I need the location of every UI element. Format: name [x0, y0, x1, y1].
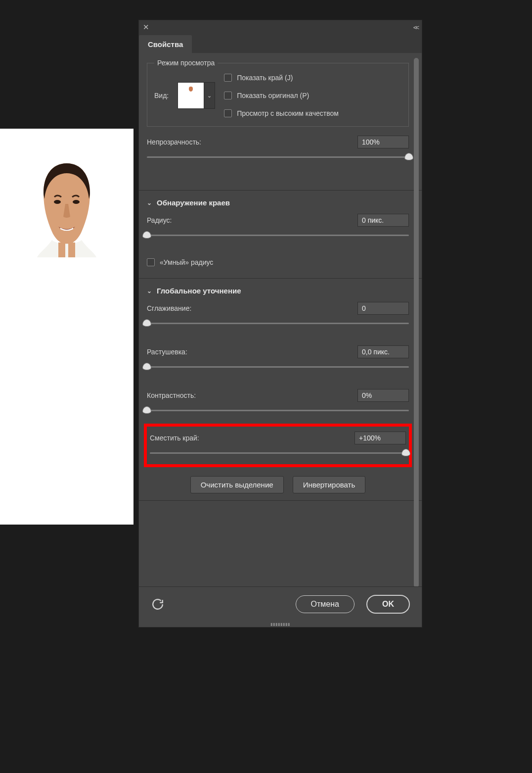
- slider-track: [147, 366, 409, 368]
- smoothing-label: Сглаживание:: [147, 304, 191, 312]
- slider-thumb[interactable]: [142, 406, 151, 414]
- slider-thumb[interactable]: [142, 319, 151, 327]
- slider-thumb[interactable]: [142, 363, 151, 370]
- panel-title-bar: ✕ <<: [139, 20, 422, 34]
- document-canvas[interactable]: [0, 129, 133, 525]
- scrollbar[interactable]: [414, 58, 419, 586]
- close-icon[interactable]: ✕: [143, 23, 149, 32]
- feather-slider[interactable]: [147, 361, 409, 373]
- checkbox-icon: [224, 92, 232, 99]
- clear-selection-button[interactable]: Очистить выделение: [190, 476, 284, 493]
- checkbox-icon: [224, 74, 232, 82]
- view-label: Вид:: [154, 92, 169, 99]
- properties-panel: ✕ << Свойства Режим просмотра Вид: ⌄ Пок…: [138, 20, 422, 628]
- checkbox-label: Показать край (J): [237, 74, 293, 82]
- radius-slider[interactable]: [147, 230, 409, 242]
- opacity-row: Непрозрачность:: [144, 136, 412, 148]
- view-mode-group: Режим просмотра Вид: ⌄ Показать край (J)…: [147, 59, 409, 127]
- view-thumbnail[interactable]: [177, 82, 204, 109]
- checkbox-high-quality[interactable]: Просмотр с высоким качеством: [224, 109, 339, 117]
- opacity-input[interactable]: [357, 136, 409, 148]
- collapse-icon[interactable]: <<: [413, 24, 418, 31]
- opacity-slider[interactable]: [147, 151, 409, 163]
- feather-label: Растушевка:: [147, 348, 187, 356]
- radius-row: Радиус:: [144, 214, 412, 227]
- checkbox-smart-radius[interactable]: «Умный» радиус: [144, 258, 412, 266]
- contrast-input[interactable]: [357, 389, 409, 402]
- radius-input[interactable]: [357, 214, 409, 227]
- slider-thumb[interactable]: [142, 231, 151, 239]
- tab-row: Свойства: [139, 34, 422, 53]
- chevron-down-icon: ⌄: [147, 199, 152, 206]
- feather-input[interactable]: [357, 345, 409, 358]
- contrast-label: Контрастность:: [147, 391, 196, 399]
- view-dropdown[interactable]: ⌄: [204, 82, 215, 109]
- action-buttons-row: Очистить выделение Инвертировать: [144, 472, 412, 500]
- svg-point-1: [73, 200, 80, 204]
- radius-label: Радиус:: [147, 216, 172, 224]
- panel-footer: Отмена OK: [139, 586, 422, 621]
- view-mode-legend: Режим просмотра: [154, 59, 218, 67]
- checkbox-label: «Умный» радиус: [160, 258, 213, 266]
- invert-button[interactable]: Инвертировать: [293, 476, 366, 493]
- section-title: Глобальное уточнение: [157, 287, 241, 295]
- shift-edge-label: Сместить край:: [150, 434, 199, 442]
- shift-edge-input[interactable]: [355, 432, 406, 444]
- section-edge-detection[interactable]: ⌄ Обнаружение краев: [144, 191, 412, 214]
- shift-edge-highlight: Сместить край:: [144, 424, 412, 467]
- opacity-label: Непрозрачность:: [147, 138, 201, 146]
- shift-edge-slider[interactable]: [150, 447, 406, 459]
- slider-thumb[interactable]: [401, 449, 410, 456]
- tab-properties[interactable]: Свойства: [139, 35, 192, 53]
- svg-point-0: [54, 200, 61, 204]
- divider: [139, 500, 422, 501]
- section-global-refine[interactable]: ⌄ Глобальное уточнение: [144, 279, 412, 302]
- feather-row: Растушевка:: [144, 345, 412, 358]
- resize-grip[interactable]: ▮▮▮▮▮▮▮▮: [139, 621, 422, 627]
- panel-body: Режим просмотра Вид: ⌄ Показать край (J)…: [139, 53, 422, 586]
- checkbox-icon: [147, 258, 155, 266]
- slider-track: [147, 235, 409, 236]
- checkbox-show-edge[interactable]: Показать край (J): [224, 74, 339, 82]
- chevron-down-icon: ⌄: [147, 288, 152, 294]
- slider-track: [147, 410, 409, 411]
- reset-icon[interactable]: [151, 597, 165, 611]
- checkbox-label: Показать оригинал (P): [237, 92, 309, 99]
- smoothing-input[interactable]: [357, 302, 409, 315]
- contrast-row: Контрастность:: [144, 389, 412, 402]
- face-cutout-image: [35, 158, 99, 257]
- slider-thumb[interactable]: [404, 153, 413, 160]
- slider-track: [147, 156, 409, 158]
- section-title: Обнаружение краев: [157, 198, 230, 207]
- slider-track: [150, 452, 406, 454]
- checkbox-show-original[interactable]: Показать оригинал (P): [224, 92, 339, 99]
- slider-track: [147, 323, 409, 324]
- smoothing-row: Сглаживание:: [144, 302, 412, 315]
- smoothing-slider[interactable]: [147, 318, 409, 330]
- shift-edge-row: Сместить край:: [150, 432, 406, 444]
- checkbox-icon: [224, 109, 232, 117]
- contrast-slider[interactable]: [147, 405, 409, 417]
- cancel-button[interactable]: Отмена: [296, 595, 355, 613]
- ok-button[interactable]: OK: [366, 595, 410, 614]
- checkbox-label: Просмотр с высоким качеством: [237, 109, 339, 117]
